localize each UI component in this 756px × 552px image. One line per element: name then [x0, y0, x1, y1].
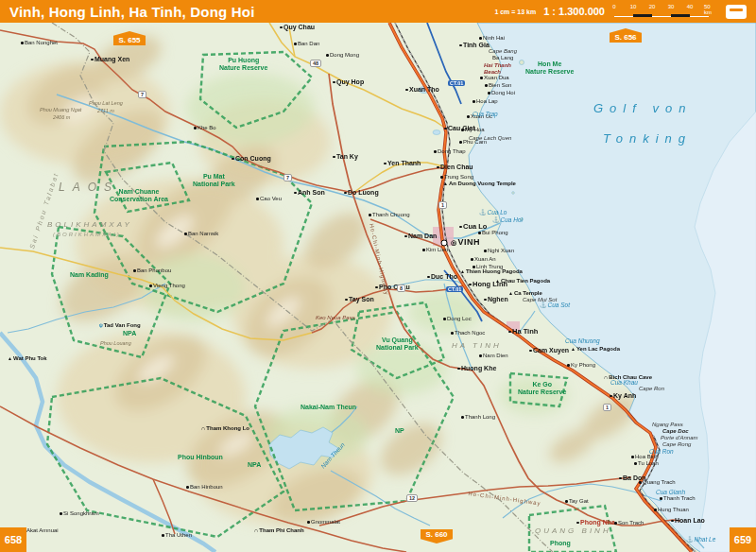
map-label: Hoa Lap [472, 98, 498, 105]
map-label: Cam Xuyen [529, 347, 569, 354]
map-label: Ha Tinh [508, 328, 538, 336]
map-label: Cua Gianh [656, 489, 685, 495]
map-label: Cua Nhuong [565, 337, 600, 344]
temple-icon [508, 290, 513, 296]
settlement-dot [472, 100, 475, 103]
settlement-dot [404, 235, 407, 238]
scale-tick-label: 0 [612, 4, 615, 9]
map-label: Ho-Chi-Minh-Highway [468, 491, 541, 507]
settlement-dot [434, 150, 437, 153]
scale-tick-label: 20 [649, 4, 656, 9]
map-label: Bich Chau Cave [604, 374, 652, 381]
map-label: Hung Thuan [654, 507, 689, 513]
map-label: 1 [438, 201, 447, 209]
scale-ticks: 01020304050 km [612, 4, 718, 12]
map-label: Cape Ron [639, 386, 664, 392]
settlement-dot [479, 354, 482, 357]
settlement-dot [565, 500, 568, 503]
map-label: Muang Xen [91, 56, 129, 63]
temple-icon [460, 268, 465, 274]
map-label: Yen Thanh [384, 160, 421, 167]
map-label: Hon Me Nature Reserve [525, 60, 574, 75]
settlement-dot [614, 522, 617, 525]
map-labels-layer: Golf vonTonkingLAOSBOLIKHAMXAY(BORIKHAMX… [0, 0, 756, 552]
map-label: VINH [451, 238, 480, 248]
map-label: Tha Uthen [162, 532, 192, 539]
settlement-dot [232, 158, 234, 161]
settlement-dot [619, 477, 622, 480]
map-label: Thanh Long [461, 414, 495, 421]
map-label: 7 [138, 91, 146, 98]
page-number-right: 659 [730, 527, 756, 552]
scale-cm-text: 1 cm = 13 km [494, 9, 536, 15]
settlement-dot [91, 59, 94, 61]
map-label: Quy Hop [333, 78, 364, 86]
map-label: Tay Gat [565, 498, 589, 505]
atlas-page: Golf vonTonkingLAOSBOLIKHAMXAY(BORIKHAMX… [0, 0, 756, 552]
map-label: Yen Lac Pagoda [571, 346, 620, 353]
settlement-dot [333, 156, 335, 159]
map-label: NP [395, 427, 404, 435]
scale-segment [690, 14, 709, 17]
map-label: Nakai-Nam Theun [301, 404, 356, 411]
map-label: Hoan Lao [671, 517, 705, 525]
scale-box: 1 cm = 13 km 1 : 1.300.000 01020304050 k… [494, 4, 756, 19]
map-label: Ca Temple [508, 290, 542, 297]
map-label: Bien Son [485, 82, 511, 89]
map-label: Con Cuong [232, 155, 271, 163]
map-label: Duc Tho [427, 273, 457, 281]
map-label: Chau Tien Pagoda [495, 278, 550, 285]
map-label: HA TINH [452, 342, 502, 351]
map-label: Xuan Tho [405, 86, 439, 94]
temple-icon [8, 355, 12, 361]
settlement-dot [294, 43, 297, 45]
map-label: Tham Khong Lo [201, 425, 249, 432]
map-label: Si Songkhram [60, 510, 99, 517]
settlement-dot [440, 176, 443, 179]
map-label: Phong Nha [576, 519, 615, 526]
settlement-dot [459, 141, 462, 144]
scale-segment [652, 14, 671, 17]
settlement-dot [369, 214, 371, 216]
map-label: QUANG BINH [535, 527, 611, 536]
scale-tick-label: 30 [668, 4, 675, 9]
map-label: Phou Hinboun [178, 454, 223, 461]
map-label: Vieng Thong [149, 283, 185, 289]
map-label: 48 [310, 60, 321, 67]
settlement-dot [280, 26, 283, 29]
settlement-dot [484, 250, 487, 252]
anchor-icon [479, 209, 487, 216]
map-label: 8 [397, 285, 405, 292]
settlement-dot [459, 44, 462, 47]
map-label: 2406 m [53, 114, 70, 120]
temple-icon [571, 346, 576, 352]
map-label: Ky Phong [567, 362, 595, 369]
settlement-dot [639, 481, 642, 484]
map-label: Huong Khe [457, 365, 496, 372]
map-label: NPA [123, 330, 136, 337]
settlement-dot [660, 497, 662, 500]
settlement-dot [467, 115, 470, 118]
map-label: Tu Loan [634, 460, 659, 467]
scale-tick-label: 10 [630, 4, 637, 9]
settlement-dot [384, 163, 387, 165]
scale-bar-segments [614, 14, 709, 17]
settlement-dot [345, 299, 348, 302]
map-label: Bui Phong [478, 230, 508, 236]
map-label: 1 [603, 404, 611, 411]
map-label: An Duong Vuong Temple [443, 181, 516, 187]
settlement-dot [634, 462, 637, 465]
map-label: Phou Louang [100, 340, 131, 346]
settlement-dot [133, 269, 136, 272]
map-label: 7 [284, 174, 292, 181]
anchor-icon [492, 216, 500, 223]
settlement-dot [471, 258, 473, 261]
settlement-dot [443, 318, 446, 320]
map-label: Cape Lach Quen [469, 135, 511, 142]
settlement-dot [461, 416, 464, 419]
map-label: Xuan An [471, 256, 496, 263]
settlement-dot [671, 520, 674, 523]
map-label: Thanh Chuong [369, 212, 410, 218]
map-label: Nghi Xuan [484, 248, 514, 254]
settlement-dot [307, 521, 310, 524]
